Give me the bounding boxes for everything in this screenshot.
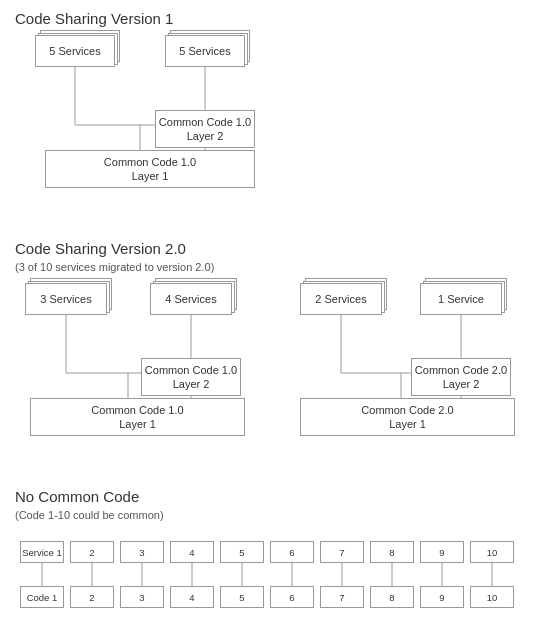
s3-service-2: 2 xyxy=(70,541,114,563)
s2-left-layer1: Common Code 1.0 Layer 1 xyxy=(30,398,245,436)
s3-service-5: 5 xyxy=(220,541,264,563)
s3-code-10: 10 xyxy=(470,586,514,608)
s3-service-1: Service 1 xyxy=(20,541,64,563)
s3-code-5: 5 xyxy=(220,586,264,608)
s2-right-layer1: Common Code 2.0 Layer 1 xyxy=(300,398,515,436)
section1: Code Sharing Version 1 5 Services 5 Serv… xyxy=(15,10,545,220)
s3-service-9: 9 xyxy=(420,541,464,563)
section1-title: Code Sharing Version 1 xyxy=(15,10,545,27)
s3-code-4: 4 xyxy=(170,586,214,608)
s3-code-9: 9 xyxy=(420,586,464,608)
section3-subtitle: (Code 1-10 could be common) xyxy=(15,509,545,521)
s2-right-layer2: Common Code 2.0 Layer 2 xyxy=(411,358,511,396)
section3: No Common Code (Code 1-10 could be commo… xyxy=(15,488,545,620)
section2-subtitle: (3 of 10 services migrated to version 2.… xyxy=(15,261,545,273)
s3-service-3: 3 xyxy=(120,541,164,563)
s3-service-6: 6 xyxy=(270,541,314,563)
s3-code-2: 2 xyxy=(70,586,114,608)
s3-service-4: 4 xyxy=(170,541,214,563)
s3-code-8: 8 xyxy=(370,586,414,608)
s3-service-10: 10 xyxy=(470,541,514,563)
s1-layer1: Common Code 1.0 Layer 1 xyxy=(45,150,255,188)
section3-title: No Common Code xyxy=(15,488,545,505)
s2-left-group: 3 Services 4 Services Common C xyxy=(20,283,285,468)
s3-code-6: 6 xyxy=(270,586,314,608)
s3-code-3: 3 xyxy=(120,586,164,608)
s1-layer2: Common Code 1.0 Layer 2 xyxy=(155,110,255,148)
s3-diagram: Service 1Code 122334455667788991010 xyxy=(20,541,560,620)
s3-code-1: Code 1 xyxy=(20,586,64,608)
s2-right-group: 2 Services 1 Service Common Co xyxy=(300,283,545,468)
s3-service-7: 7 xyxy=(320,541,364,563)
s3-service-8: 8 xyxy=(370,541,414,563)
section2-title: Code Sharing Version 2.0 xyxy=(15,240,545,257)
s2-left-layer2: Common Code 1.0 Layer 2 xyxy=(141,358,241,396)
section2: Code Sharing Version 2.0 (3 of 10 servic… xyxy=(15,240,545,468)
s3-code-7: 7 xyxy=(320,586,364,608)
